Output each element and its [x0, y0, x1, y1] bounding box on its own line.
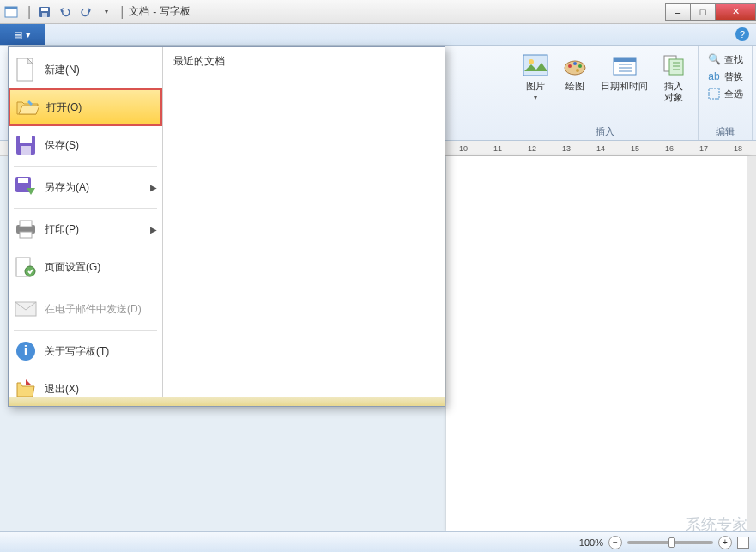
ruler-tick: 11	[481, 144, 515, 153]
menu-item-save[interactable]: 保存(S)	[9, 126, 162, 164]
qat-redo-button[interactable]	[77, 3, 94, 21]
find-icon: 🔍	[707, 52, 721, 66]
file-menu-icon: ▤ ▾	[14, 29, 30, 40]
label: 页面设置(G)	[45, 260, 157, 275]
help-button[interactable]: ?	[735, 27, 749, 41]
ruler-tick: 18	[721, 144, 755, 153]
svg-point-10	[578, 64, 582, 68]
document-page[interactable]	[446, 156, 750, 531]
ruler-tick: 15	[618, 144, 652, 153]
menu-separator	[14, 208, 157, 209]
paint-icon	[561, 52, 589, 79]
replace-button[interactable]: ab 替换	[705, 69, 745, 84]
svg-point-6	[529, 59, 534, 64]
zoom-out-button[interactable]: −	[608, 536, 622, 549]
submenu-arrow-icon: ▶	[150, 183, 157, 192]
insert-object-button[interactable]: 插入 对象	[656, 50, 691, 105]
svg-text:i: i	[24, 343, 27, 358]
file-menu-left-pane: 新建(N) 打开(O) 保存(S) 另存为(A) ▶ 打印(P) ▶ 页面设置(…	[9, 47, 163, 406]
print-icon	[14, 217, 38, 241]
open-folder-icon	[15, 95, 39, 119]
replace-icon: ab	[707, 70, 721, 83]
svg-rect-22	[20, 136, 32, 143]
calendar-icon	[611, 52, 638, 79]
datetime-button[interactable]: 日期和时间	[597, 50, 651, 105]
label: 查找	[724, 53, 743, 66]
qat-customize-dropdown[interactable]: ▾	[98, 3, 115, 21]
menu-item-new[interactable]: 新建(N)	[9, 51, 162, 88]
zoom-dialog-button[interactable]	[737, 537, 749, 549]
menu-item-pagesetup[interactable]: 页面设置(G)	[9, 248, 162, 286]
label: 保存(S)	[45, 138, 157, 153]
file-menu-right-pane: 最近的文档	[163, 47, 445, 406]
new-document-icon	[14, 58, 38, 82]
svg-rect-28	[20, 232, 32, 238]
svg-rect-27	[20, 221, 32, 227]
app-icon	[3, 4, 19, 20]
svg-point-9	[573, 62, 577, 65]
zoom-in-button[interactable]: +	[718, 536, 732, 549]
svg-rect-18	[669, 59, 683, 75]
recent-documents-title: 最近的文档	[173, 54, 434, 69]
title-separator: -	[153, 6, 156, 18]
submenu-arrow-icon: ▶	[150, 225, 157, 234]
status-bar: 100% − +	[0, 531, 756, 552]
menu-item-saveas[interactable]: 另存为(A) ▶	[9, 168, 162, 206]
file-menu-tab[interactable]: ▤ ▾	[0, 24, 45, 45]
file-menu: 新建(N) 打开(O) 保存(S) 另存为(A) ▶ 打印(P) ▶ 页面设置(…	[8, 46, 445, 407]
menu-item-email[interactable]: 在电子邮件中发送(D)	[9, 290, 162, 328]
zoom-slider[interactable]	[627, 541, 713, 544]
ruler-tick: 12	[515, 144, 549, 153]
menu-item-about[interactable]: i 关于写字板(T)	[9, 332, 162, 370]
menu-item-open[interactable]: 打开(O)	[9, 88, 162, 126]
close-button[interactable]: ✕	[715, 3, 756, 21]
picture-button[interactable]: 图片 ▾	[518, 50, 553, 105]
svg-rect-1	[5, 7, 17, 9]
title-bar: | ▾ | 文档 - 写字板 – □ ✕	[0, 0, 756, 24]
menu-item-print[interactable]: 打印(P) ▶	[9, 210, 162, 248]
svg-point-8	[568, 64, 572, 68]
maximize-button[interactable]: □	[690, 3, 716, 21]
ruler-tick: 17	[686, 144, 721, 153]
menu-bottom-strip	[9, 397, 445, 406]
ruler-tick: 14	[584, 144, 618, 153]
group-label: 编辑	[716, 125, 735, 140]
paint-button[interactable]: 绘图	[558, 50, 592, 105]
pagesetup-icon	[14, 255, 38, 279]
ruler-tick: 13	[549, 144, 584, 153]
svg-point-30	[25, 266, 35, 276]
label: 替换	[724, 70, 743, 83]
email-icon	[14, 297, 38, 321]
label: 打开(O)	[46, 100, 155, 115]
minimize-button[interactable]: –	[665, 3, 691, 21]
label: 打印(P)	[45, 222, 143, 237]
zoom-level: 100%	[579, 537, 603, 548]
quick-access-toolbar: ▾	[36, 3, 115, 21]
vertical-scrollbar[interactable]	[747, 156, 756, 531]
label: 退出(X)	[45, 382, 157, 397]
ruler-tick: 10	[446, 144, 481, 153]
menu-separator	[14, 330, 157, 331]
svg-rect-19	[709, 88, 719, 99]
find-button[interactable]: 🔍 查找	[705, 52, 745, 67]
saveas-icon	[14, 175, 38, 199]
window-controls: – □ ✕	[666, 3, 756, 21]
svg-point-11	[576, 69, 579, 72]
svg-rect-25	[18, 178, 28, 183]
separator: |	[27, 4, 31, 20]
save-icon	[14, 133, 38, 157]
picture-icon	[522, 52, 549, 79]
label: 插入 对象	[664, 81, 683, 103]
svg-rect-13	[614, 58, 636, 62]
ruler-tick: 16	[652, 144, 686, 153]
app-name: 写字板	[160, 4, 191, 19]
qat-undo-button[interactable]	[57, 3, 74, 21]
svg-rect-3	[41, 8, 48, 11]
label: 另存为(A)	[45, 180, 143, 195]
qat-save-button[interactable]	[36, 3, 53, 21]
separator: |	[120, 4, 124, 20]
selectall-icon	[707, 87, 721, 100]
selectall-button[interactable]: 全选	[705, 86, 745, 101]
svg-rect-23	[21, 146, 31, 155]
zoom-slider-thumb[interactable]	[668, 537, 675, 548]
